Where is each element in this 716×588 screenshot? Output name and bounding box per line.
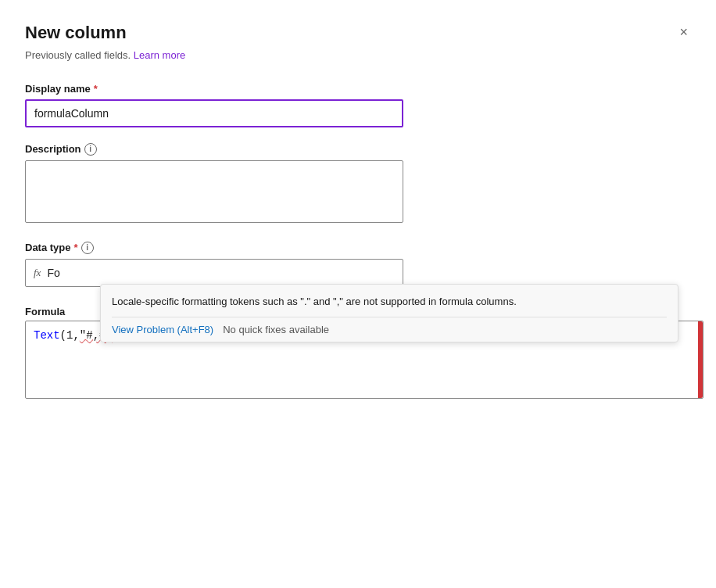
display-name-label: Display name * (25, 83, 691, 95)
formula-text-open: (1, (60, 329, 80, 342)
data-type-label: Data type * i (25, 242, 691, 254)
description-info-icon[interactable]: i (84, 143, 97, 156)
data-type-and-formula-container: fx Fo Locale-specific formatting tokens … (25, 259, 691, 287)
display-name-input[interactable] (25, 99, 403, 127)
no-fixes-text: No quick fixes available (223, 324, 329, 335)
dialog-header: New column × (25, 22, 691, 45)
tooltip-popup: Locale-specific formatting tokens such a… (100, 284, 678, 343)
description-label: Description i (25, 143, 691, 156)
close-button[interactable]: × (676, 22, 691, 42)
data-type-value: Fo (47, 267, 59, 279)
data-type-required-star: * (74, 242, 78, 253)
subtitle-text: Previously called fields. (25, 49, 131, 61)
learn-more-link[interactable]: Learn more (134, 49, 185, 61)
data-type-field-group: Data type * i fx Fo Locale-specific form… (25, 242, 691, 287)
formula-text-keyword: Text (34, 329, 60, 342)
description-field-group: Description i (25, 143, 691, 226)
formula-error-indicator (698, 321, 703, 398)
new-column-dialog: New column × Previously called fields. L… (0, 0, 716, 588)
display-name-field-group: Display name * (25, 83, 691, 127)
description-input[interactable] (25, 160, 403, 223)
dialog-title: New column (25, 22, 127, 45)
data-type-selector[interactable]: fx Fo (25, 259, 403, 287)
tooltip-message: Locale-specific formatting tokens such a… (112, 294, 667, 310)
view-problem-link[interactable]: View Problem (Alt+F8) (112, 324, 213, 335)
fx-icon: fx (34, 267, 41, 279)
display-name-required-star: * (94, 83, 98, 95)
data-type-info-icon[interactable]: i (81, 242, 94, 254)
tooltip-footer: View Problem (Alt+F8) No quick fixes ava… (112, 317, 667, 342)
dialog-subtitle: Previously called fields. Learn more (25, 49, 691, 61)
display-name-input-wrapper (25, 99, 691, 127)
